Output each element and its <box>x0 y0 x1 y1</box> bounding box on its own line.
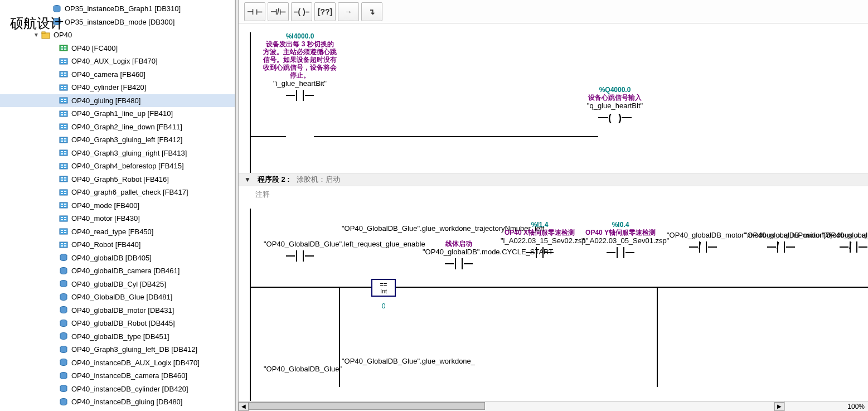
tree-item[interactable]: OP40_instanceDB_gluing [DB480] <box>0 395 235 409</box>
network-2-comment[interactable]: 注释 <box>239 186 868 203</box>
fb-icon <box>59 122 68 131</box>
chevron-down-icon[interactable]: ▼ <box>244 176 251 183</box>
tool-branch-close[interactable]: ↴ <box>361 2 382 21</box>
tree-item[interactable]: ▼OP40 <box>0 28 235 42</box>
tree-item[interactable]: OP40_Graph5_Robot [FB416] <box>0 173 235 186</box>
db-icon <box>59 279 68 288</box>
tool-box[interactable]: [??] <box>314 2 336 21</box>
contact-left-request-glue-enable[interactable]: "OP40_GlobalDB_Glue".left_request_glue_e… <box>264 240 336 262</box>
svg-rect-43 <box>64 141 66 142</box>
contact-cycle-start[interactable]: 线体启动 "OP40_globalDB".mode.CYCLE_START <box>423 240 495 269</box>
tree-item[interactable]: OP40_mode [FB400] <box>0 199 235 212</box>
tree-item[interactable]: OP40_AUX_Logix [FB470] <box>0 55 235 68</box>
svg-rect-10 <box>61 60 63 61</box>
tree-item[interactable]: OP35_instanceDB_mode [DB300] <box>0 16 235 29</box>
svg-rect-49 <box>60 163 67 169</box>
zoom-indicator[interactable]: 100% <box>784 401 868 411</box>
tree-item-label: OP40_instanceDB_cylinder [DB420] <box>71 385 188 393</box>
tree-item[interactable]: OP40_globalDB_camera [DB461] <box>0 264 235 278</box>
svg-rect-62 <box>64 191 66 192</box>
svg-rect-82 <box>64 243 66 244</box>
branch-wire <box>657 287 658 387</box>
tree-item[interactable]: OP40_read_type [FB450] <box>0 225 235 239</box>
db-icon <box>59 398 68 407</box>
tree-item-label: OP40_read_type [FB450] <box>71 228 153 236</box>
tree-item[interactable]: OP40_graph6_pallet_check [FB417] <box>0 186 235 199</box>
expander-icon[interactable]: ▼ <box>32 31 40 39</box>
horizontal-scrollbar[interactable]: ◀ ▶ <box>239 401 784 411</box>
tree-item[interactable]: OP40_instanceDB_cylinder [DB420] <box>0 383 235 396</box>
network-1[interactable]: %I4000.0 设备发出每 3 秒切换的方波。主站必须遵循心跳信号。如果设备超… <box>250 28 868 173</box>
scroll-right-button[interactable]: ▶ <box>774 402 784 411</box>
tree-item[interactable]: OP40_Graph4_beforestop [FB415] <box>0 159 235 173</box>
svg-rect-76 <box>61 232 63 233</box>
tool-nc-contact[interactable]: ⊣/⊢ <box>268 2 289 21</box>
contact-branch-b1[interactable]: "OP40_GlobalDB_Glue" <box>264 365 336 373</box>
tree-item-label: OP40_Robot [FB440] <box>71 240 140 249</box>
scroll-left-button[interactable]: ◀ <box>239 402 249 411</box>
compare-box[interactable]: ==Int <box>371 279 396 297</box>
tree-item[interactable]: OP35_instanceDB_Graph1 [DB310] <box>0 2 235 16</box>
svg-rect-81 <box>61 245 63 246</box>
tree-item[interactable]: OP40_globalDB_motor [DB431] <box>0 304 235 317</box>
project-tree-panel[interactable]: 硕航设计 OP35_instanceDB_Graph1 [DB310]OP35_… <box>0 0 235 411</box>
nc-contact-inposition-truncated[interactable]: "OP40_globalDB_motor".modb_x.q_InPositio… <box>823 231 868 253</box>
compare-value: 0 <box>378 302 389 310</box>
scroll-thumb[interactable] <box>249 402 485 410</box>
contact-i-glue-heartbit[interactable]: %I4000.0 设备发出每 3 秒切换的方波。主站必须遵循心跳信号。如果设备超… <box>261 32 339 101</box>
fb-icon <box>59 162 68 171</box>
network-2-header[interactable]: ▼ 程序段 2 : 涂胶机：启动 <box>239 173 868 186</box>
coil-q-glue-heartbit[interactable]: %Q4000.0 设备心跳信号输入 "q_glue_heartBit" () <box>568 86 662 123</box>
no-contact-icon <box>286 250 314 262</box>
contact-x-servo-zsp[interactable]: %I1.4 OP40 X轴伺服零速检测 "i_A022.03_15_Sev02.… <box>501 221 579 258</box>
tree-item[interactable]: OP40_Graph2_line_down [FB411] <box>0 120 235 134</box>
tree-item[interactable]: OP40_globalDB_Cyl [DB425] <box>0 278 235 291</box>
svg-rect-79 <box>60 242 67 248</box>
tree-item[interactable]: OP40_Graph3_gluing_left_DB [DB412] <box>0 343 235 356</box>
tree-item[interactable]: OP40_globalDB_Robot [DB445] <box>0 317 235 330</box>
nc-contact-inposition-5[interactable]: "OP40_globalDB_motor".modbus_x.q_InPosit… <box>745 231 817 253</box>
tree-item[interactable]: OP40_Graph3_gluing_right [FB413] <box>0 147 235 160</box>
tree-item[interactable]: OP40_globalDB_type [DB451] <box>0 330 235 344</box>
svg-rect-36 <box>61 127 63 128</box>
tree-item[interactable]: OP40_camera [FB460] <box>0 68 235 81</box>
tree-item[interactable]: OP40_Graph3_gluing_left [FB412] <box>0 133 235 147</box>
tree-item[interactable]: OP40_globalDB [DB405] <box>0 252 235 265</box>
tree-item[interactable]: OP40_motor [FB430] <box>0 212 235 225</box>
svg-rect-47 <box>64 151 66 152</box>
tree-item-label: OP40_globalDB_camera [DB461] <box>71 267 180 275</box>
db-icon <box>59 253 68 262</box>
tree-item[interactable]: OP40_Graph1_line_up [FB410] <box>0 107 235 120</box>
svg-rect-23 <box>64 88 66 89</box>
tree-item[interactable]: OP40_instanceDB_camera [DB460] <box>0 369 235 383</box>
svg-rect-26 <box>61 101 63 102</box>
tree-item[interactable]: OP40_cylinder [FB420] <box>0 81 235 94</box>
db-icon <box>52 17 61 26</box>
tree-item[interactable]: OP40_GlobalDB_Glue [DB481] <box>0 291 235 304</box>
contact-branch-b2[interactable]: "OP40_GlobalDB_Glue".glue_workdone_ <box>342 357 425 365</box>
db-icon <box>59 319 68 328</box>
compare-trajectory-number-left[interactable]: "OP40_GlobalDB_Glue".glue_workdone_traje… <box>342 224 425 233</box>
fb-icon <box>59 57 68 66</box>
network-2[interactable]: "OP40_GlobalDB_Glue".left_request_glue_e… <box>250 209 868 404</box>
tree-item[interactable]: OP40_gluing [FB480] <box>0 94 235 108</box>
tree-item[interactable]: OP40_instanceDB_AUX_Logix [DB470] <box>0 356 235 370</box>
contact-y-servo-zsp[interactable]: %I0.4 OP40 Y轴伺服零速检测 "i_A022.03_05_Sev01.… <box>581 221 660 258</box>
svg-rect-69 <box>60 216 67 221</box>
tool-no-contact[interactable]: ⊣ ⊢ <box>244 2 265 21</box>
db-icon <box>59 358 68 367</box>
tool-coil[interactable]: –( )– <box>291 2 312 21</box>
svg-rect-78 <box>64 232 66 233</box>
tree-item-label: OP40_globalDB_type [DB451] <box>71 332 169 341</box>
tool-branch-open[interactable]: → <box>338 2 359 21</box>
tree-item-label: OP40 [FC400] <box>71 44 118 52</box>
tree-item[interactable]: OP40_Robot [FB440] <box>0 238 235 252</box>
ladder-canvas[interactable]: %I4000.0 设备发出每 3 秒切换的方波。主站必须遵循心跳信号。如果设备超… <box>239 23 868 411</box>
scroll-track[interactable] <box>249 402 774 411</box>
tree-item-label: OP40_Graph3_gluing_left_DB [DB412] <box>71 345 197 354</box>
tree-item[interactable]: OP40 [FC400] <box>0 42 235 55</box>
db-icon <box>59 293 68 302</box>
svg-rect-30 <box>61 112 63 113</box>
db-icon <box>59 345 68 354</box>
nc-contact-inposition-7[interactable]: "OP40_globalDB_motor".modbus_x.q_InPosit… <box>667 231 739 253</box>
